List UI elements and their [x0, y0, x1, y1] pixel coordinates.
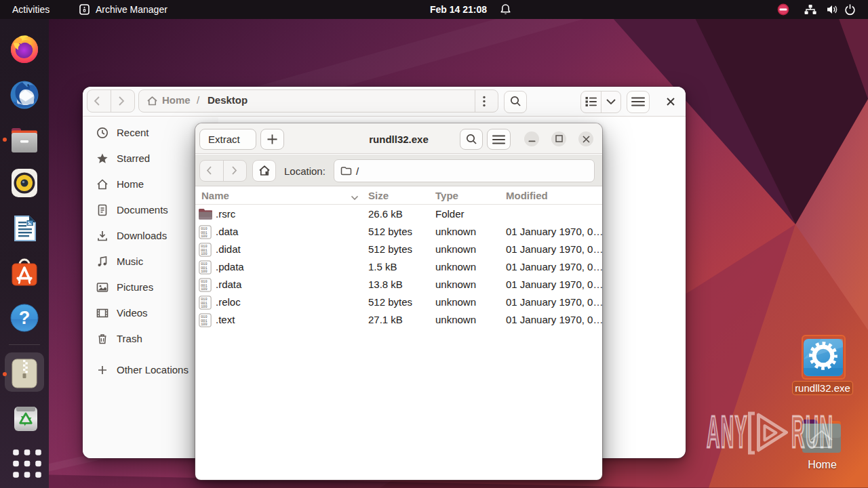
svg-text:ANY: ANY: [707, 407, 748, 458]
svg-text:RUN: RUN: [791, 407, 833, 458]
svg-text:?: ?: [19, 308, 31, 328]
